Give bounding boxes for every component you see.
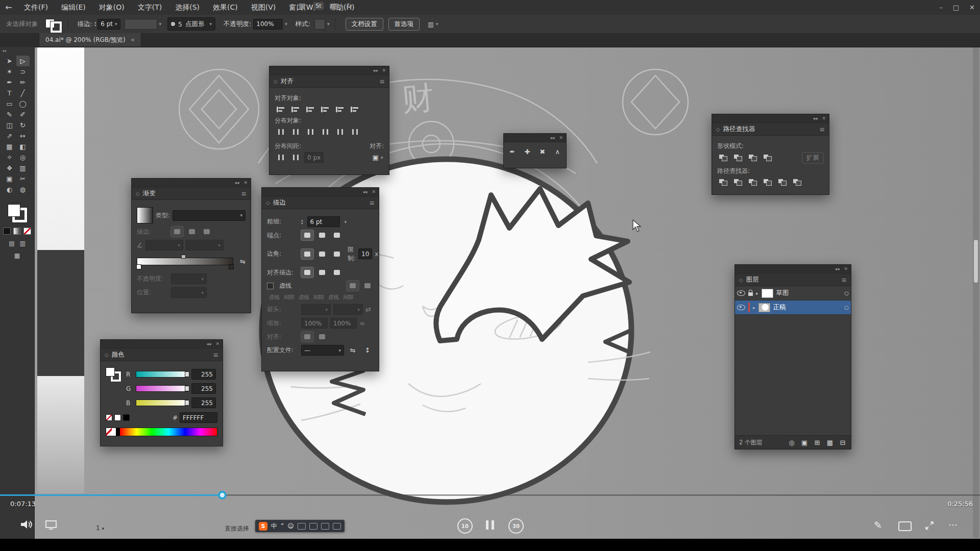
weight-input[interactable]: 6 pt	[307, 216, 340, 227]
visibility-toggle-icon[interactable]	[737, 305, 745, 310]
graph-tool[interactable]: ▥	[16, 163, 30, 173]
align-options-icon[interactable]: ▥	[428, 20, 434, 28]
pencil-tool[interactable]: ✐	[16, 109, 30, 120]
profile-dropdown[interactable]: —▾	[301, 345, 344, 356]
keyboard-icon[interactable]	[309, 523, 317, 530]
type-tool[interactable]: T	[3, 88, 16, 98]
corner-round-icon[interactable]	[316, 249, 328, 259]
panel-drag-strip[interactable]: ◂◂✕	[712, 114, 829, 123]
artboard-nav[interactable]: 1 ▾	[96, 524, 104, 532]
close-icon[interactable]: ✕	[382, 68, 386, 73]
black-swatch[interactable]	[123, 414, 130, 421]
b-value[interactable]: 255	[191, 397, 216, 408]
display-toggle-icon[interactable]	[45, 520, 57, 532]
close-icon[interactable]: ✕	[215, 341, 219, 346]
draw-mode-icon[interactable]: ▤	[9, 240, 14, 247]
reverse-gradient-icon[interactable]: ⇋	[240, 258, 246, 265]
convert-anchor-icon[interactable]: ∧	[552, 146, 564, 157]
new-layer-icon[interactable]: ▦	[826, 438, 834, 446]
menu-item-4[interactable]: 选择(S)	[168, 0, 206, 15]
emoji-icon[interactable]: ☺	[287, 522, 294, 530]
cap-butt-icon[interactable]	[301, 230, 313, 240]
close-icon[interactable]: ✕	[844, 266, 848, 271]
hand-tool[interactable]: ◐	[3, 184, 16, 195]
panel-header[interactable]: ◇ 描边 ≡	[262, 196, 379, 209]
shape-tool[interactable]: ◯	[16, 98, 30, 109]
more-options-icon[interactable]: ⋯	[948, 519, 958, 530]
chevron-down-icon[interactable]: ▾	[327, 21, 330, 27]
b-slider[interactable]	[136, 399, 188, 406]
collapse-icon[interactable]: ◂◂	[835, 266, 839, 271]
gradient-tool[interactable]: ◧	[16, 141, 30, 152]
document-setup-button[interactable]: 文档设置	[346, 18, 383, 31]
gradient-chip[interactable]	[13, 228, 21, 235]
scrollbar-thumb[interactable]	[974, 240, 978, 283]
direct-selection-tool[interactable]: ▷	[16, 56, 30, 66]
panel-header[interactable]: ◇ 路径查找器 ≡	[712, 123, 829, 136]
dash-preserve-icon[interactable]	[347, 281, 359, 291]
color-chip[interactable]	[3, 228, 11, 235]
align-to-dropdown[interactable]: ▣▾	[372, 153, 384, 163]
flip-along-icon[interactable]: ⇋	[347, 345, 359, 356]
delete-layer-icon[interactable]: ⊟	[839, 438, 847, 446]
chevron-down-icon[interactable]: ▾	[115, 21, 117, 27]
sync-icon[interactable]: ↻	[347, 2, 353, 10]
scale-tool[interactable]: ⇗	[3, 131, 16, 141]
none-swatch[interactable]	[106, 414, 112, 421]
rotate-tool[interactable]: ↻	[16, 120, 30, 131]
artboard-tool[interactable]: ▣	[3, 173, 16, 184]
flip-across-icon[interactable]: ↕	[361, 345, 374, 356]
width-profile-dropdown[interactable]	[125, 19, 157, 30]
intersect-icon[interactable]	[747, 153, 759, 163]
fill-stroke-indicator[interactable]	[7, 203, 28, 223]
panel-drag-strip[interactable]: ◂◂✕	[101, 340, 223, 348]
exclude-icon[interactable]	[762, 153, 774, 163]
distribute-v-space-icon[interactable]	[275, 153, 287, 163]
close-icon[interactable]: ✕	[243, 180, 248, 185]
layer-row-1[interactable]: ▸草图○	[735, 286, 851, 300]
menu-item-3[interactable]: 文字(T)	[131, 0, 168, 15]
distribute-left-icon[interactable]	[319, 127, 331, 137]
expand-arrow-icon[interactable]: ▸	[756, 291, 758, 296]
line-tool[interactable]: ╱	[16, 88, 30, 98]
target-circle-icon[interactable]: ○	[844, 305, 849, 310]
panel-drag-strip[interactable]: ◂◂✕	[735, 265, 851, 273]
lock-icon[interactable]	[748, 292, 753, 296]
blend-tool[interactable]: ◎	[16, 152, 30, 163]
spectrum-none-swatch[interactable]	[106, 428, 112, 436]
panel-header[interactable]: ◇ 图层 ≡	[735, 273, 851, 286]
locate-object-icon[interactable]: ◎	[788, 438, 796, 446]
chevron-down-icon[interactable]: ▾	[210, 21, 212, 27]
panel-drag-strip[interactable]: ◂◂✕	[262, 188, 379, 196]
pen-tool-icon[interactable]: ✒	[507, 146, 518, 157]
menu-item-6[interactable]: 视图(V)	[244, 0, 283, 15]
distribute-top-icon[interactable]	[275, 127, 287, 137]
magic-wand-tool[interactable]: ✶	[3, 66, 16, 77]
close-icon[interactable]: ✕	[822, 116, 826, 121]
color-fill-stroke-widget[interactable]	[106, 367, 121, 382]
close-icon[interactable]: ✕	[372, 189, 376, 194]
back-arrow-icon[interactable]: ←	[0, 3, 17, 12]
spectrum-white-swatch[interactable]	[112, 428, 116, 436]
panel-menu-icon[interactable]: ≡	[370, 199, 375, 207]
minus-back-icon[interactable]	[791, 177, 803, 187]
stroke-weight-input[interactable]: 6 pt▾	[97, 19, 120, 30]
eyedropper-tool[interactable]: ✧	[3, 152, 16, 163]
align-left-icon[interactable]	[275, 104, 287, 114]
color-spectrum[interactable]	[106, 428, 217, 436]
panel-menu-icon[interactable]: ≡	[213, 351, 218, 359]
stroke-stepper[interactable]: ▴▾	[94, 21, 96, 27]
layer-thumbnail[interactable]	[762, 289, 773, 298]
tab-close-icon[interactable]: ✕	[131, 37, 135, 43]
g-slider[interactable]	[136, 385, 188, 392]
gradient-stop-end[interactable]	[229, 264, 234, 269]
distribute-h-space-icon[interactable]	[289, 153, 302, 163]
layer-thumbnail[interactable]	[758, 303, 770, 312]
align-right-icon[interactable]	[304, 104, 316, 114]
distribute-v-center-icon[interactable]	[289, 127, 302, 137]
stock-icon[interactable]: St	[313, 2, 323, 10]
target-circle-icon[interactable]: ○	[844, 290, 849, 296]
maximize-button[interactable]: □	[953, 0, 959, 15]
panel-drag-strip[interactable]: ◂◂✕	[132, 179, 251, 187]
crop-icon[interactable]	[762, 177, 774, 187]
